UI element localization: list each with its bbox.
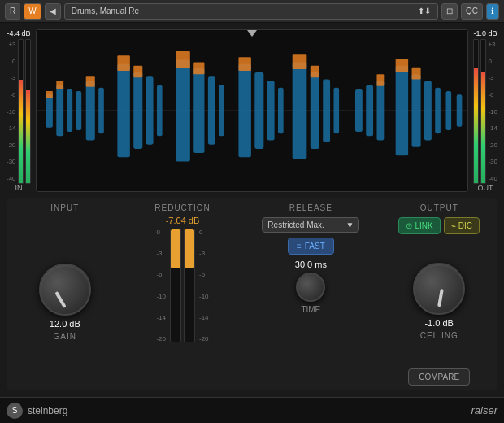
svg-rect-5: [76, 91, 82, 130]
output-buttons: ⊙ LINK ⌁ DIC: [398, 217, 479, 234]
svg-rect-40: [238, 57, 250, 71]
svg-rect-11: [157, 85, 163, 137]
output-meter-bars: +30-3-6-10-14-20-30-40: [473, 39, 497, 184]
reduction-panel-label: REDUCTION: [154, 203, 210, 212]
release-panel-label: RELEASE: [289, 203, 332, 212]
svg-rect-34: [56, 81, 63, 89]
record-button[interactable]: R: [5, 3, 20, 20]
input-scale: +30-3-6-10-14-20-30-40: [7, 39, 16, 184]
reduction-value: -7.04 dB: [166, 216, 200, 225]
arrows-icon: ⬆⬇: [418, 7, 431, 15]
svg-rect-38: [176, 51, 190, 68]
release-panel: RELEASE Restricted Max. ▼ ≡ FAST 30.0 ms…: [246, 203, 375, 386]
svg-rect-17: [254, 72, 263, 149]
release-mode-label: Restricted Max.: [267, 220, 324, 229]
write-button[interactable]: W: [24, 3, 41, 20]
time-knob-container: 30.0 ms TIME: [295, 259, 327, 314]
reduction-panel: REDUCTION -7.04 dB 0 -3 -6 -10 -14 -20: [129, 203, 237, 386]
info-button[interactable]: ℹ: [486, 3, 499, 20]
svg-rect-33: [46, 91, 53, 98]
ceiling-knob[interactable]: [413, 263, 465, 315]
reduction-bar-r: [184, 229, 195, 342]
output-panel: OUTPUT ⊙ LINK ⌁ DIC -1.0 dB CEILING: [385, 203, 493, 386]
divider-1: [124, 207, 124, 382]
input-meter-bar-r: [25, 39, 31, 184]
qc-button[interactable]: QC: [461, 3, 483, 20]
link-button[interactable]: ⊙ LINK: [398, 217, 440, 234]
input-knob-label: GAIN: [54, 332, 76, 341]
snapshot-button[interactable]: ⊡: [441, 3, 458, 20]
svg-rect-6: [86, 81, 95, 141]
svg-rect-21: [311, 72, 319, 149]
track-label: Drums, Manual Re: [72, 7, 139, 15]
svg-rect-14: [208, 76, 215, 144]
dropdown-arrow-icon: ▼: [345, 220, 354, 229]
output-label: OUT: [478, 184, 493, 192]
product-name: raiser: [471, 404, 497, 416]
time-knob[interactable]: [296, 273, 325, 302]
output-meter-bar-r: [480, 39, 486, 184]
svg-rect-10: [146, 76, 154, 144]
svg-rect-12: [176, 59, 190, 161]
input-meter-bars: +30-3-6-10-14-20-30-40: [7, 39, 31, 184]
svg-rect-15: [219, 85, 224, 137]
link-label: LINK: [415, 221, 432, 230]
output-meter: -1.0 dB +30-3-6-10-14-20-30-40 OUT: [473, 29, 497, 192]
svg-rect-31: [446, 91, 452, 130]
svg-rect-7: [98, 88, 104, 133]
input-gain-knob[interactable]: [39, 264, 91, 316]
bottom-bar: S steinberg raiser: [0, 397, 504, 423]
reduction-bars: [170, 229, 195, 342]
reduction-bar-l: [170, 229, 181, 342]
input-knob-value: 12.0 dB: [50, 319, 80, 329]
svg-rect-39: [193, 63, 204, 75]
svg-rect-29: [424, 81, 432, 141]
track-name[interactable]: Drums, Manual Re ⬆⬇: [64, 3, 438, 20]
divider-2: [241, 207, 241, 382]
dic-icon: ⌁: [451, 221, 456, 230]
fast-icon: ≡: [297, 242, 302, 251]
output-scale: +30-3-6-10-14-20-30-40: [488, 39, 497, 184]
waveform-svg: [37, 30, 467, 191]
svg-rect-25: [366, 85, 373, 137]
dic-button[interactable]: ⌁ DIC: [444, 217, 480, 234]
reduction-scale-left: 0 -3 -6 -10 -14 -20: [154, 229, 167, 342]
waveform-canvas[interactable]: [36, 29, 468, 192]
dic-label: DIC: [458, 221, 472, 230]
release-mode-dropdown[interactable]: Restricted Max. ▼: [262, 217, 359, 233]
top-bar: R W ◀ Drums, Manual Re ⬆⬇ ⊡ QC ℹ: [0, 0, 504, 23]
svg-rect-22: [323, 79, 330, 142]
svg-rect-16: [238, 64, 250, 158]
compare-button[interactable]: COMPARE: [408, 368, 470, 386]
svg-rect-24: [355, 89, 363, 132]
link-icon: ⊙: [406, 221, 412, 230]
output-panel-label: OUTPUT: [420, 203, 458, 212]
output-db-label: -1.0 dB: [473, 29, 497, 37]
reduction-scale-right: 0 -3 -6 -10 -14 -20: [198, 229, 211, 342]
svg-rect-45: [412, 68, 421, 80]
svg-rect-27: [396, 66, 408, 155]
svg-rect-2: [46, 94, 53, 128]
svg-rect-37: [133, 66, 142, 78]
svg-rect-30: [435, 88, 441, 133]
fast-label: FAST: [305, 242, 325, 251]
svg-rect-44: [396, 59, 408, 72]
waveform-section: -4.4 dB +30-3-6-10-14-20-30-40 IN: [7, 29, 497, 192]
svg-rect-9: [133, 72, 142, 149]
input-panel: INPUT 12.0 dB GAIN: [11, 203, 119, 386]
ceiling-knob-container: -1.0 dB CEILING: [413, 263, 465, 340]
svg-rect-8: [117, 64, 129, 158]
svg-rect-13: [193, 68, 204, 153]
controls-section: INPUT 12.0 dB GAIN REDUCTION -7.04 dB 0 …: [7, 198, 497, 390]
top-bar-right: ⊡ QC ℹ: [441, 3, 499, 20]
back-button[interactable]: ◀: [45, 3, 61, 20]
steinberg-logo-icon: S: [7, 403, 23, 419]
ceiling-knob-label: CEILING: [420, 331, 458, 340]
fast-button[interactable]: ≡ FAST: [288, 238, 334, 255]
input-meter-bar-l: [18, 39, 24, 184]
input-label: IN: [15, 184, 23, 192]
svg-rect-43: [376, 74, 384, 86]
time-value: 30.0 ms: [295, 259, 327, 269]
playhead-arrow: [247, 30, 257, 37]
svg-rect-4: [67, 89, 73, 132]
